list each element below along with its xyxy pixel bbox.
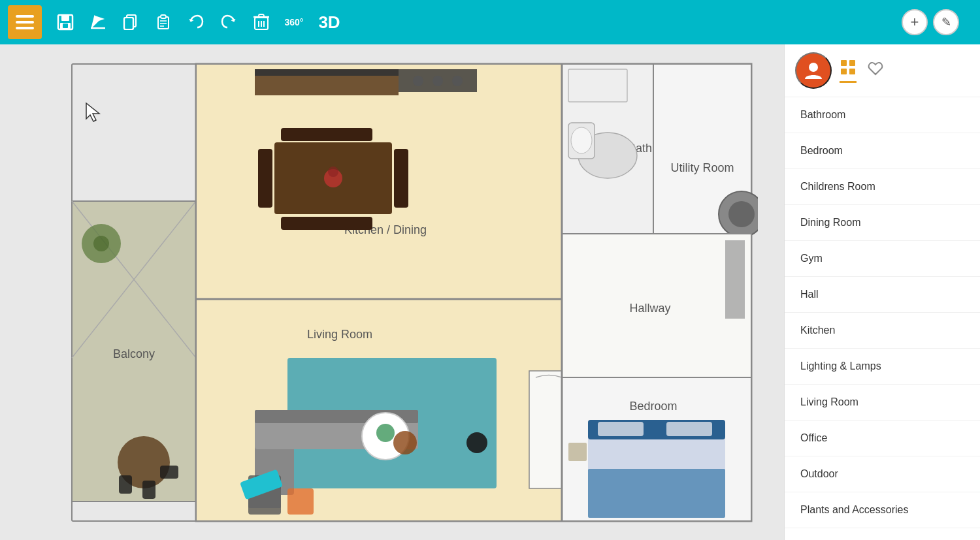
svg-rect-2 xyxy=(16,27,34,29)
svg-point-86 xyxy=(809,63,818,72)
sidebar-top-row xyxy=(785,44,980,97)
floor-plan-container: Balcony Kitchen / Dining xyxy=(65,57,758,528)
svg-point-68 xyxy=(393,431,417,454)
svg-rect-31 xyxy=(142,481,155,499)
svg-rect-88 xyxy=(849,60,855,66)
svg-point-38 xyxy=(413,76,423,86)
svg-rect-79 xyxy=(666,422,712,436)
grid-view-button[interactable] xyxy=(840,59,857,83)
svg-point-69 xyxy=(466,432,487,453)
svg-rect-12 xyxy=(161,15,166,18)
3d-button[interactable]: 3D xyxy=(315,8,344,37)
svg-rect-45 xyxy=(281,217,372,230)
svg-point-58 xyxy=(728,201,755,227)
view360-button[interactable]: 360° xyxy=(280,8,308,37)
svg-point-47 xyxy=(328,167,338,177)
svg-rect-6 xyxy=(63,24,68,28)
main-area: Balcony Kitchen / Dining xyxy=(0,44,980,540)
svg-point-40 xyxy=(452,76,463,86)
svg-rect-80 xyxy=(588,469,725,518)
category-item-living-room[interactable]: Living Room xyxy=(785,385,980,421)
svg-point-67 xyxy=(376,424,395,442)
category-item-gym[interactable]: Gym xyxy=(785,241,980,277)
svg-rect-42 xyxy=(258,149,272,208)
sidebar-view-buttons xyxy=(840,59,884,83)
paste-button[interactable] xyxy=(149,8,178,37)
category-item-plants-accessories[interactable]: Plants and Accessories xyxy=(785,492,980,528)
undo-button[interactable] xyxy=(182,8,210,37)
svg-rect-87 xyxy=(841,60,847,66)
add-button[interactable]: + xyxy=(902,9,928,35)
edit-button[interactable]: ✎ xyxy=(933,9,959,35)
user-avatar[interactable] xyxy=(795,52,832,89)
save-button[interactable] xyxy=(51,8,80,37)
svg-rect-44 xyxy=(281,128,372,141)
category-item-hall[interactable]: Hall xyxy=(785,277,980,313)
svg-rect-0 xyxy=(16,15,34,18)
svg-point-54 xyxy=(571,127,592,153)
category-item-kitchen[interactable]: Kitchen xyxy=(785,313,980,349)
category-item-lighting-lamps[interactable]: Lighting & Lamps xyxy=(785,349,980,385)
draw-button[interactable] xyxy=(84,8,112,37)
svg-rect-59 xyxy=(562,234,751,377)
category-item-office[interactable]: Office xyxy=(785,421,980,456)
category-item-dining-room[interactable]: Dining Room xyxy=(785,205,980,241)
svg-rect-30 xyxy=(119,475,132,494)
redo-button[interactable] xyxy=(214,8,243,37)
svg-rect-74 xyxy=(529,371,562,488)
delete-button[interactable] xyxy=(247,8,276,37)
svg-rect-32 xyxy=(160,466,178,479)
header-action-buttons: + ✎ xyxy=(902,9,959,35)
menu-button[interactable] xyxy=(8,5,42,39)
svg-rect-73 xyxy=(287,488,314,515)
svg-rect-9 xyxy=(124,18,133,29)
svg-rect-49 xyxy=(568,69,627,102)
svg-rect-60 xyxy=(725,240,745,319)
svg-rect-78 xyxy=(598,422,644,436)
svg-rect-4 xyxy=(61,15,69,21)
category-list: BathroomBedroomChildrens RoomDining Room… xyxy=(785,97,980,540)
view360-label: 360° xyxy=(285,17,304,27)
category-item-bedroom[interactable]: Bedroom xyxy=(785,133,980,169)
copy-button[interactable] xyxy=(116,8,145,37)
floor-plan-area: Balcony Kitchen / Dining xyxy=(0,44,784,540)
3d-label: 3D xyxy=(318,12,340,33)
svg-rect-90 xyxy=(849,69,855,74)
svg-rect-36 xyxy=(255,69,399,76)
svg-point-39 xyxy=(433,76,443,86)
add-icon: + xyxy=(911,14,919,31)
svg-rect-81 xyxy=(568,443,587,461)
svg-rect-43 xyxy=(394,149,408,208)
svg-rect-18 xyxy=(259,14,264,17)
svg-rect-89 xyxy=(841,69,847,74)
category-item-outdoor[interactable]: Outdoor xyxy=(785,456,980,492)
favorites-button[interactable] xyxy=(867,60,884,81)
category-item-bathroom[interactable]: Bathroom xyxy=(785,97,980,133)
toolbar: 360° 3D + ✎ xyxy=(0,0,980,44)
edit-icon: ✎ xyxy=(941,15,951,29)
category-item-childrens-room[interactable]: Childrens Room xyxy=(785,169,980,205)
right-sidebar: BathroomBedroomChildrens RoomDining Room… xyxy=(784,44,980,540)
svg-rect-1 xyxy=(16,21,34,24)
svg-point-28 xyxy=(93,236,109,251)
